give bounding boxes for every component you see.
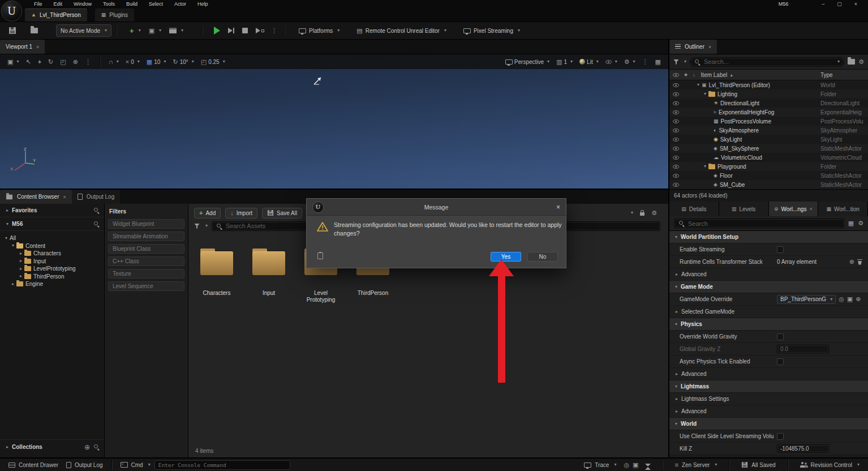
world-space-toggle[interactable]: ⊕ [70, 55, 81, 68]
tab-outliner[interactable]: Outliner × [669, 40, 717, 54]
visibility-toggle[interactable] [673, 156, 679, 160]
lightmass-settings-section[interactable]: ▸Lightmass Settings [669, 393, 868, 405]
remote-control-dropdown[interactable]: ▤ Remote Control Unreal Editor ▾ [353, 24, 450, 37]
transform-options-button[interactable]: ⋮ [82, 55, 94, 68]
stop-button[interactable] [242, 28, 248, 33]
kill-z-field[interactable]: -1048575.0 [777, 444, 829, 453]
category-world[interactable]: ▾World [669, 418, 868, 430]
expand-icon[interactable]: ▾ [704, 164, 706, 169]
console-input[interactable] [158, 462, 286, 468]
outliner-row[interactable]: ◈SM_Cube StaticMeshActor [669, 180, 868, 189]
revision-control-dropdown[interactable]: Revision Control ▾ [796, 462, 863, 468]
category-world-partition-setup[interactable]: ▾World Partition Setup [669, 231, 868, 243]
tab-world-settings[interactable]: ⊕ Worl...ngs × [769, 202, 819, 216]
show-flags-button[interactable]: ▾ [603, 55, 620, 68]
tree-item-characters[interactable]: ▸ Characters [3, 250, 104, 258]
viewport-options-button[interactable]: ▣ ▾ [5, 55, 22, 68]
move-tool[interactable]: + [35, 55, 44, 68]
mode-select-dropdown[interactable]: No Active Mode ▾ [56, 24, 111, 37]
outliner-settings-icon[interactable]: ⚙ [858, 59, 864, 65]
pixel-streaming-dropdown[interactable]: Pixel Streaming ▾ [459, 24, 524, 37]
expand-icon[interactable]: ▾ [704, 92, 706, 96]
tab-viewport-1[interactable]: Viewport 1 × [0, 40, 45, 54]
outliner-search-input[interactable] [704, 58, 832, 65]
use-selected-icon[interactable]: ▣ [847, 296, 853, 302]
filter-blueprint-class[interactable]: Blueprint Class [108, 244, 184, 254]
location-snap-button[interactable]: × 0 ▾ [123, 55, 143, 68]
perspective-dropdown[interactable]: Perspective ▾ [502, 55, 552, 68]
tree-item-content[interactable]: ▾ Content [3, 242, 104, 250]
details-display-icon[interactable]: ▦ [848, 220, 854, 226]
category-lightmass[interactable]: ▾Lightmass [669, 380, 868, 393]
copy-message-icon[interactable] [317, 252, 323, 259]
star-column-icon[interactable]: ★ [684, 72, 688, 78]
view-mode-dropdown[interactable]: Lit ▾ [577, 55, 601, 68]
outliner-row[interactable]: ☁VolumetricCloud VolumetricCloud [669, 153, 868, 162]
dialog-close-button[interactable]: × [556, 203, 560, 211]
advanced-section[interactable]: ▸Advanced [669, 368, 868, 380]
menu-help[interactable]: Help [192, 1, 214, 7]
minimize-button[interactable]: – [815, 1, 831, 7]
tab-world-partition[interactable]: ▦ Worl...tion [818, 202, 868, 216]
import-button[interactable]: ↓ Import [225, 208, 257, 219]
outliner-row[interactable]: ◐SkyAtmosphere SkyAtmospher [669, 126, 868, 135]
filter-texture[interactable]: Texture [108, 269, 184, 279]
pin-column-icon[interactable]: ↓ [693, 72, 695, 78]
tab-level[interactable]: ▲ Lvl_ThirdPerson [25, 8, 87, 22]
menu-window[interactable]: Window [68, 1, 97, 7]
collections-section[interactable]: ▸ Collections ⊕ [0, 439, 104, 454]
outliner-row[interactable]: ◈Floor StaticMeshActor [669, 171, 868, 180]
tab-output-log[interactable]: Output Log [72, 190, 120, 204]
category-physics[interactable]: ▾Physics [669, 318, 868, 331]
advanced-section[interactable]: ▸Advanced [669, 268, 868, 281]
browse-to-icon[interactable]: ◎ [839, 296, 844, 302]
target-icon[interactable]: ◎ [624, 462, 629, 468]
launch-button[interactable] [256, 28, 264, 33]
advanced-section[interactable]: ▸Advanced [669, 405, 868, 418]
expand-icon[interactable]: ▾ [697, 83, 699, 87]
visibility-toggle[interactable] [673, 174, 679, 178]
add-button[interactable]: + Add [194, 208, 221, 219]
no-button[interactable]: No [527, 252, 558, 262]
console-input-box[interactable] [154, 460, 290, 470]
visibility-toggle[interactable] [673, 165, 679, 169]
cinematics-button[interactable]: ▾ [165, 24, 187, 37]
menu-build[interactable]: Build [121, 1, 143, 7]
tab-content-browser[interactable]: Content Browser × [0, 190, 72, 204]
surface-snap-button[interactable]: ∩ ▾ [106, 55, 122, 68]
details-search-input[interactable] [688, 220, 840, 227]
tab-plugins[interactable]: ▦ Plugins [95, 8, 134, 22]
type-column[interactable]: Type [820, 72, 868, 78]
folder-tile-characters[interactable]: Characters [196, 251, 237, 303]
menu-actor[interactable]: Actor [169, 1, 192, 7]
create-folder-icon[interactable] [848, 59, 855, 65]
menu-select[interactable]: Select [143, 1, 169, 7]
search-icon[interactable] [93, 207, 100, 213]
menu-tools[interactable]: Tools [97, 1, 121, 7]
lock-icon[interactable] [640, 212, 644, 216]
menu-file[interactable]: File [28, 1, 48, 7]
save-icon[interactable] [9, 27, 16, 34]
close-icon[interactable]: × [708, 44, 711, 50]
outliner-row[interactable]: ◈SM_SkySphere StaticMeshActor [669, 144, 868, 153]
visibility-toggle[interactable] [673, 119, 679, 123]
source-control-icon[interactable] [31, 28, 38, 33]
rotation-snap-button[interactable]: ↻ 10° ▾ [170, 55, 196, 68]
breadcrumb-dropdown-icon[interactable]: ▾ [631, 211, 633, 215]
filter-level-sequence[interactable]: Level Sequence [108, 281, 184, 291]
search-icon[interactable] [93, 444, 100, 450]
scale-tool[interactable]: ◰ [57, 55, 68, 68]
content-drawer-button[interactable]: Content Drawer [5, 462, 62, 468]
play-options-icon[interactable]: ⋮ [271, 28, 277, 34]
maximize-button[interactable]: ▢ [831, 1, 848, 7]
menu-edit[interactable]: Edit [48, 1, 68, 7]
add-actor-button[interactable]: + ▾ [126, 24, 145, 37]
unreal-logo-icon[interactable]: U [1, 1, 22, 22]
selected-gamemode-section[interactable]: ▸Selected GameMode [669, 306, 868, 318]
visibility-toggle[interactable] [673, 101, 679, 105]
output-log-button[interactable]: Output Log [62, 462, 106, 468]
outliner-row[interactable]: ▾Playground Folder [669, 162, 868, 171]
dialog-title-bar[interactable]: U Message × [307, 199, 566, 216]
override-gravity-checkbox[interactable] [777, 333, 784, 340]
close-icon[interactable]: × [63, 194, 66, 200]
